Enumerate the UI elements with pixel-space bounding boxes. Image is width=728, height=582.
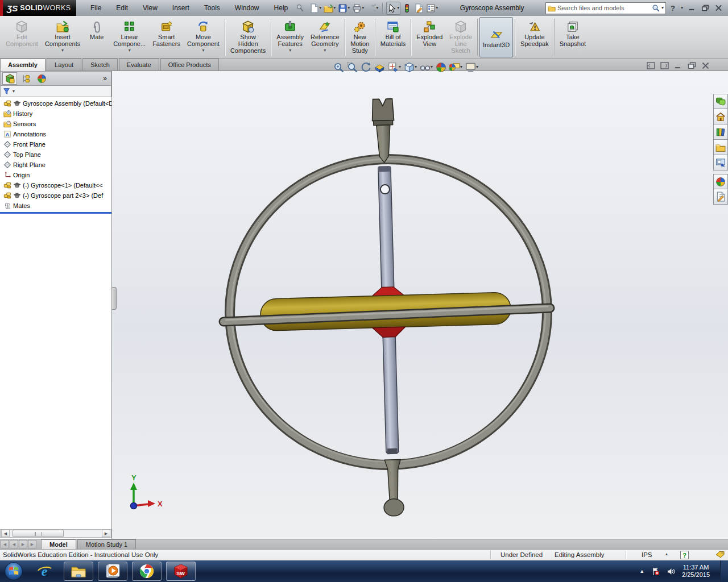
tree-split-bar[interactable] (0, 212, 111, 214)
ribbon-button-reference-geometry[interactable]: Reference Geometry ▾ (307, 17, 343, 57)
tree-item-annotations[interactable]: A Annotations (0, 129, 111, 139)
doc-close-button[interactable] (701, 62, 710, 69)
open-document-button[interactable]: ▾ (323, 2, 336, 14)
dropdown-caret-icon[interactable]: ▾ (324, 48, 326, 53)
file-properties-button[interactable] (413, 2, 424, 14)
ribbon-button-show-hidden-components[interactable]: Show Hidden Components (227, 17, 269, 57)
ribbon-button-instant3d[interactable]: Instant3D (479, 17, 513, 57)
doc-restore-button[interactable] (688, 62, 696, 69)
ribbon-button-linear-component-pattern[interactable]: Linear Compone... ▾ (110, 17, 149, 57)
tab-sketch[interactable]: Sketch (82, 59, 118, 70)
tree-item-history[interactable]: History (0, 109, 111, 119)
search-magnifier-icon[interactable] (652, 4, 660, 12)
show-desktop-button[interactable] (720, 560, 728, 582)
tree-item-gyroscope-part[interactable]: (-) Gyroscope<1> (Default<< (0, 180, 111, 190)
motion-study-tab[interactable]: Motion Study 1 (77, 539, 136, 549)
tab-evaluate[interactable]: Evaluate (119, 59, 159, 70)
panel-horizontal-scrollbar[interactable]: ◀ ▶ (0, 529, 111, 538)
dropdown-caret-icon[interactable]: ▾ (431, 65, 433, 69)
graphics-viewport[interactable]: ▾ ▾ ▾ ▾ ▾ (112, 71, 728, 539)
panel-expand-chevron[interactable]: » (103, 74, 109, 82)
tree-item-sensors[interactable]: Sensors (0, 119, 111, 129)
scrollbar-thumb[interactable] (13, 530, 64, 537)
dropdown-caret-icon[interactable]: ▾ (415, 65, 417, 69)
taskbar-chrome[interactable] (132, 562, 162, 581)
dropdown-caret-icon[interactable]: ▾ (476, 65, 478, 69)
tab-office-products[interactable]: Office Products (160, 59, 219, 70)
action-center-flag-icon[interactable] (651, 567, 660, 576)
hub-bottom-cone[interactable] (373, 327, 406, 338)
tree-filter-row[interactable]: ▾ (0, 86, 111, 97)
menu-insert[interactable]: Insert (166, 2, 196, 14)
dropdown-caret-icon[interactable]: ▾ (61, 48, 64, 53)
tab-layout[interactable]: Layout (47, 59, 81, 70)
rebuild-traffic-light-icon[interactable] (402, 2, 412, 14)
dropdown-caret-icon[interactable]: ▾ (460, 65, 462, 69)
menu-pin-icon[interactable] (295, 3, 304, 13)
close-button[interactable] (715, 5, 722, 11)
file-explorer-icon[interactable] (713, 140, 728, 155)
quick-tips-help-icon[interactable]: ? (680, 551, 689, 559)
tree-item-top-plane[interactable]: Top Plane (0, 149, 111, 160)
menu-tools[interactable]: Tools (198, 2, 226, 14)
menu-window[interactable]: Window (229, 2, 266, 14)
tab-scroll-last-button[interactable]: ▶ (28, 540, 36, 548)
taskbar-clock[interactable]: 11:37 AM 2/25/2015 (682, 564, 710, 579)
taskbar-internet-explorer[interactable]: e (30, 562, 59, 581)
menu-file[interactable]: File (84, 2, 107, 14)
ribbon-button-bill-of-materials[interactable]: Bill of Materials (377, 17, 410, 57)
model-tab[interactable]: Model (41, 539, 76, 549)
save-button[interactable]: ▾ (337, 2, 350, 14)
menu-edit[interactable]: Edit (110, 2, 134, 14)
design-library-icon[interactable] (713, 124, 728, 140)
tree-item-mates[interactable]: Mates (0, 201, 111, 211)
dropdown-caret-icon[interactable]: ▾ (129, 48, 131, 53)
appearances-icon[interactable] (713, 174, 728, 189)
minimize-button[interactable] (689, 5, 696, 11)
scroll-left-arrow[interactable]: ◀ (1, 530, 10, 537)
ribbon-button-move-component[interactable]: Move Component ▾ (184, 17, 223, 57)
taskbar-media-player[interactable] (98, 562, 127, 581)
ribbon-button-insert-components[interactable]: Insert Components ▾ (42, 17, 84, 57)
ribbon-button-exploded-view[interactable]: Exploded View (413, 17, 446, 57)
help-button[interactable]: ? (671, 4, 675, 13)
gyroscope-model[interactable]: Y X (112, 71, 714, 539)
tree-item-origin[interactable]: Origin (0, 170, 111, 180)
dropdown-caret-icon[interactable]: ▾ (399, 65, 401, 69)
tree-item-front-plane[interactable]: Front Plane (0, 139, 111, 149)
top-pivot-stem[interactable] (372, 99, 395, 163)
tray-expand-icon[interactable]: ▲ (639, 568, 644, 574)
tab-scroll-first-button[interactable]: ◀ (1, 540, 9, 548)
home-icon[interactable] (713, 109, 728, 124)
start-button[interactable] (2, 562, 25, 581)
solidworks-forum-icon[interactable] (713, 94, 728, 109)
tree-item-assembly-root[interactable]: Gyroscope Assembly (Default<D (0, 98, 111, 109)
ribbon-button-take-snapshot[interactable]: Take Snapshot (556, 17, 589, 57)
ribbon-button-smart-fasteners[interactable]: Smart Fasteners (149, 17, 184, 57)
split-pane-left-icon[interactable] (647, 62, 655, 69)
custom-properties-icon[interactable] (713, 189, 728, 205)
view-palette-icon[interactable] (713, 155, 728, 171)
ribbon-button-assembly-features[interactable]: Assembly Features ▾ (273, 17, 307, 57)
ribbon-button-mate[interactable]: Mate (84, 17, 110, 57)
new-document-button[interactable]: ▾ (309, 2, 322, 14)
configurationmanager-tab[interactable] (34, 72, 49, 85)
tab-assembly[interactable]: Assembly (0, 59, 46, 71)
select-cursor-button[interactable]: ▾ (386, 2, 400, 15)
propertymanager-tab[interactable] (18, 72, 33, 85)
search-input[interactable] (557, 5, 650, 11)
dropdown-caret-icon[interactable]: ▾ (202, 48, 204, 53)
search-box[interactable]: ▾ (545, 2, 666, 14)
options-button[interactable]: ▾ (425, 2, 439, 14)
doc-minimize-button[interactable] (674, 62, 682, 69)
ribbon-button-new-motion-study[interactable]: New Motion Study (347, 17, 373, 57)
taskbar-solidworks[interactable]: SW (166, 562, 196, 581)
tags-icon[interactable] (715, 551, 725, 560)
filter-caret-icon[interactable]: ▾ (13, 89, 15, 94)
tab-scroll-next-button[interactable]: ▶ (19, 540, 27, 548)
restore-button[interactable] (702, 5, 709, 11)
units-selector[interactable]: IPS (642, 551, 652, 558)
search-dropdown-caret[interactable]: ▾ (661, 6, 664, 10)
tree-item-gyroscope-part2[interactable]: (-) Gyroscope part 2<3> (Def (0, 190, 111, 201)
units-caret-icon[interactable]: ▴ (665, 551, 668, 556)
